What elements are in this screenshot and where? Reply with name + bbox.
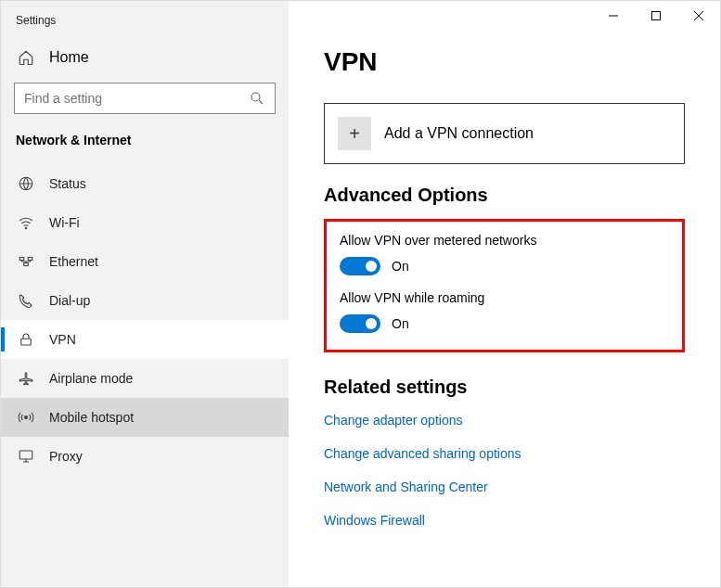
close-button[interactable]: [677, 1, 720, 31]
link-adapter-options[interactable]: Change adapter options: [324, 413, 685, 428]
sidebar-item-label: Mobile hotspot: [49, 410, 134, 425]
advanced-heading: Advanced Options: [324, 185, 685, 206]
link-sharing-options[interactable]: Change advanced sharing options: [324, 446, 685, 461]
hotspot-icon: [18, 409, 34, 426]
search-icon: [249, 90, 265, 107]
status-icon: [18, 175, 34, 192]
sidebar: Settings Home Network & Internet Status …: [1, 1, 289, 587]
vpn-icon: [18, 331, 34, 348]
sidebar-item-ethernet[interactable]: Ethernet: [1, 242, 289, 281]
sidebar-item-status[interactable]: Status: [1, 164, 289, 203]
toggle-knob: [366, 261, 377, 272]
link-network-center[interactable]: Network and Sharing Center: [324, 479, 685, 494]
plus-icon: +: [338, 117, 371, 150]
wifi-icon: [18, 214, 34, 231]
minimize-button[interactable]: [592, 1, 635, 31]
toggle-row: On: [340, 314, 669, 333]
svg-rect-7: [21, 339, 32, 345]
sidebar-item-label: Status: [49, 176, 86, 191]
svg-rect-11: [652, 12, 661, 20]
home-icon: [18, 49, 34, 66]
content: VPN + Add a VPN connection Advanced Opti…: [289, 1, 720, 546]
page-title: VPN: [324, 47, 685, 77]
sidebar-item-wifi[interactable]: Wi-Fi: [1, 203, 289, 242]
sidebar-item-label: Dial-up: [49, 293, 90, 308]
toggle-state: On: [392, 316, 409, 331]
svg-rect-6: [24, 263, 29, 266]
search-box[interactable]: [14, 83, 276, 114]
svg-rect-9: [19, 451, 32, 459]
related-links: Change adapter options Change advanced s…: [324, 413, 685, 528]
sidebar-item-label: Airplane mode: [49, 371, 133, 386]
svg-point-3: [25, 227, 27, 229]
window-title: Settings: [16, 14, 56, 27]
svg-rect-4: [19, 258, 24, 261]
sidebar-item-proxy[interactable]: Proxy: [1, 437, 289, 476]
section-label: Network & Internet: [1, 127, 289, 164]
sidebar-item-label: Wi-Fi: [49, 215, 80, 230]
svg-point-0: [251, 93, 260, 101]
svg-line-1: [259, 100, 263, 104]
home-label: Home: [49, 49, 89, 66]
ethernet-icon: [18, 253, 34, 270]
proxy-icon: [18, 448, 34, 465]
sidebar-item-airplane[interactable]: Airplane mode: [1, 359, 289, 398]
link-firewall[interactable]: Windows Firewall: [324, 513, 685, 528]
sidebar-item-hotspot[interactable]: Mobile hotspot: [1, 398, 289, 437]
svg-point-8: [25, 416, 28, 419]
sidebar-item-label: Proxy: [49, 449, 83, 464]
dialup-icon: [18, 292, 34, 309]
toggle-label: Allow VPN over metered networks: [340, 233, 669, 248]
related-heading: Related settings: [324, 377, 685, 398]
svg-rect-5: [28, 258, 32, 261]
search-input[interactable]: [24, 91, 249, 106]
add-vpn-button[interactable]: + Add a VPN connection: [324, 103, 685, 164]
home-nav[interactable]: Home: [1, 38, 289, 77]
airplane-icon: [18, 370, 34, 387]
toggle-knob: [366, 318, 377, 329]
toggle-switch-metered[interactable]: [340, 257, 380, 275]
window-controls: [592, 1, 720, 31]
sidebar-item-label: Ethernet: [49, 254, 98, 269]
add-vpn-label: Add a VPN connection: [384, 125, 534, 142]
main-panel: VPN + Add a VPN connection Advanced Opti…: [289, 1, 720, 587]
window-title-row: Settings: [1, 10, 289, 38]
toggle-switch-roaming[interactable]: [340, 314, 380, 333]
toggle-row: On: [340, 257, 669, 275]
maximize-button[interactable]: [635, 1, 677, 31]
toggle-metered: Allow VPN over metered networks On: [340, 233, 669, 275]
nav-list: Status Wi-Fi Ethernet Dial-up VPN Airpla…: [1, 164, 289, 476]
highlight-box: Allow VPN over metered networks On Allow…: [324, 219, 685, 352]
sidebar-item-dialup[interactable]: Dial-up: [1, 281, 289, 320]
toggle-label: Allow VPN while roaming: [340, 290, 669, 305]
search-row: [1, 77, 289, 127]
toggle-roaming: Allow VPN while roaming On: [340, 290, 669, 333]
toggle-state: On: [392, 259, 409, 274]
sidebar-item-vpn[interactable]: VPN: [1, 320, 289, 359]
sidebar-item-label: VPN: [49, 332, 76, 347]
